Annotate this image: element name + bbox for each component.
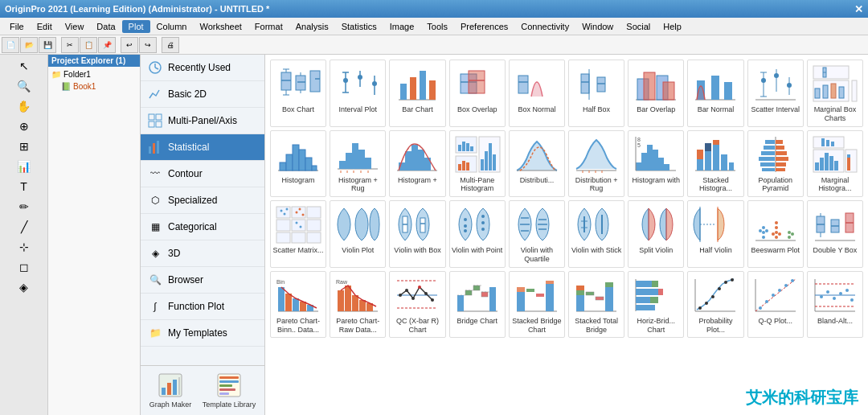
cat-item-contour[interactable]: 〰Contour [141,161,264,187]
sidebar-draw[interactable]: ✏ [12,197,36,216]
cat-item-multi-panel[interactable]: Multi-Panel/Axis [141,108,264,134]
book-item[interactable]: 📗 Book1 [50,80,138,92]
chart-stacked-histogram[interactable]: Stacked Histogra... [687,130,743,198]
tb-paste[interactable]: 📌 [98,37,116,53]
cat-item-categorical[interactable]: ▦Categorical [141,214,264,240]
svg-rect-45 [429,80,436,100]
chart-violin-plot[interactable]: Violin Plot [330,200,386,268]
chart-scatter-interval[interactable]: Scatter Interval [747,60,804,127]
sidebar-move[interactable]: ⊹ [12,237,36,257]
chart-marginal-box-charts[interactable]: Marginal Box Charts [807,60,863,127]
chart-marginal-histogram[interactable]: Marginal Histogra... [807,130,863,198]
chart-pareto-raw[interactable]: RawPareto Chart-Raw Data... [330,271,386,339]
chart-probability-plot[interactable]: Probability Plot... [687,271,743,339]
menu-item-connectivity[interactable]: Connectivity [514,20,575,33]
tb-save[interactable]: 💾 [39,37,56,53]
menu-item-statistics[interactable]: Statistics [335,20,383,33]
cat-item-statistical[interactable]: Statistical [141,134,264,161]
cat-item-basic-2d[interactable]: Basic 2D [141,81,264,108]
menu-item-view[interactable]: View [59,20,91,33]
menu-item-tools[interactable]: Tools [420,20,454,33]
chart-histogram-plus[interactable]: Histogram + [389,130,445,198]
chart-population-pyramid[interactable]: Population Pyramid [747,130,804,198]
tb-print[interactable]: 🖨 [162,37,179,53]
sidebar-pan[interactable]: ✋ [12,97,36,116]
chart-panel: Box ChartInterval PlotBar ChartBox Overl… [265,55,868,415]
close-button[interactable]: ✕ [854,3,863,15]
chart-pareto-binned[interactable]: BinPareto Chart-Binn.. Data... [270,271,326,339]
menu-item-format[interactable]: Format [248,20,289,33]
cat-item-my-templates[interactable]: 📁My Templates [141,320,264,347]
chart-bar-overlap[interactable]: Bar Overlap [628,60,684,127]
menu-item-data[interactable]: Data [90,20,121,33]
chart-violin-quartile[interactable]: Violin with Quartile [509,200,565,268]
chart-stacked-bridge[interactable]: Stacked Bridge Chart [509,271,565,339]
tb-open[interactable]: 📂 [20,37,38,53]
chart-half-violin[interactable]: Half Violin [687,200,743,268]
tb-redo[interactable]: ↪ [139,37,157,53]
chart-multi-pane-histogram[interactable]: Multi-Pane Histogram [449,130,506,198]
chart-histogram-rug[interactable]: Histogram + Rug [330,130,386,198]
sidebar-mask[interactable]: ◻ [12,257,36,277]
menu-item-plot[interactable]: Plot [122,20,150,33]
cat-item-3d[interactable]: ◈3D [141,240,264,267]
chart-interval-plot[interactable]: Interval Plot [330,60,386,127]
menu-item-window[interactable]: Window [575,20,620,33]
cat-item-specialized[interactable]: ⬡Specialized [141,187,264,214]
chart-bridge-chart[interactable]: Bridge Chart [449,271,506,339]
chart-histogram-with[interactable]: 85Histogram with [628,130,684,198]
menu-item-preferences[interactable]: Preferences [454,20,514,33]
svg-point-176 [286,208,289,211]
chart-split-violin[interactable]: Split Violin [628,200,684,268]
chart-violin-point[interactable]: Violin with Point [449,200,506,268]
chart-distribution-rug[interactable]: Distribution + Rug [568,130,624,198]
chart-qc-xbar[interactable]: QC (X-bar R) Chart [389,271,445,339]
cat-item-function-plot[interactable]: ∫Function Plot [141,294,264,320]
chart-violin-box[interactable]: Violin with Box [389,200,445,268]
menu-item-social[interactable]: Social [620,20,657,33]
chart-horiz-bridge[interactable]: Horiz-Brid... Chart [628,271,684,339]
chart-beeswarm[interactable]: Beeswarm Plot [747,200,804,268]
chart-box-chart[interactable]: Box Chart [270,60,326,127]
menu-item-worksheet[interactable]: Worksheet [193,20,248,33]
graph-maker[interactable]: Graph Maker [149,372,192,409]
menu-item-analysis[interactable]: Analysis [289,20,335,33]
template-library[interactable]: Template Library [203,372,256,409]
sidebar-text[interactable]: T [12,177,36,196]
sidebar-region[interactable]: ◈ [12,277,36,297]
sidebar-zoom[interactable]: 🔍 [12,76,36,96]
sidebar-zoom-in[interactable]: ⊞ [12,137,36,156]
tb-undo[interactable]: ↩ [121,37,138,53]
svg-rect-104 [405,151,411,171]
svg-rect-110 [462,142,465,151]
tb-copy[interactable]: 📋 [80,37,97,53]
menu-item-help[interactable]: Help [657,20,688,33]
chart-box-normal[interactable]: Box Normal [509,60,565,127]
cat-item-browser[interactable]: 🔍Browser [141,267,264,294]
folder-item[interactable]: 📁 Folder1 [50,68,138,80]
chart-double-y-box[interactable]: Double Y Box [807,200,863,268]
menu-item-file[interactable]: File [3,20,31,33]
chart-bar-normal[interactable]: Bar Normal [687,60,743,127]
chart-qq-plot[interactable]: Q-Q Plot... [747,271,804,339]
cat-item-recently-used[interactable]: Recently Used [141,55,264,81]
chart-histogram[interactable]: Histogram [270,130,326,198]
sidebar-data[interactable]: 📊 [12,157,36,176]
chart-scatter-matrix[interactable]: Scatter Matrix... [270,200,326,268]
menu-item-edit[interactable]: Edit [31,20,59,33]
sidebar-line[interactable]: ╱ [12,217,36,236]
chart-stacked-total-bridge[interactable]: Stacked Total Bridge [568,271,624,339]
sidebar-arrow[interactable]: ↖ [12,56,36,76]
chart-violin-stick[interactable]: Violin with Stick [568,200,624,268]
sidebar-crosshair[interactable]: ⊕ [12,117,36,136]
menu-item-image[interactable]: Image [383,20,421,33]
tb-cut[interactable]: ✂ [61,37,79,53]
menu-item-column[interactable]: Column [150,20,194,33]
tb-new[interactable]: 📄 [2,37,19,53]
chart-bar-chart[interactable]: Bar Chart [389,60,445,127]
chart-half-box[interactable]: Half Box [568,60,624,127]
chart-bland-alt[interactable]: Bland-Alt... [807,271,863,339]
svg-rect-159 [776,168,785,171]
chart-distribution[interactable]: Distributi... [509,130,565,198]
chart-box-overlap[interactable]: Box Overlap [449,60,506,127]
